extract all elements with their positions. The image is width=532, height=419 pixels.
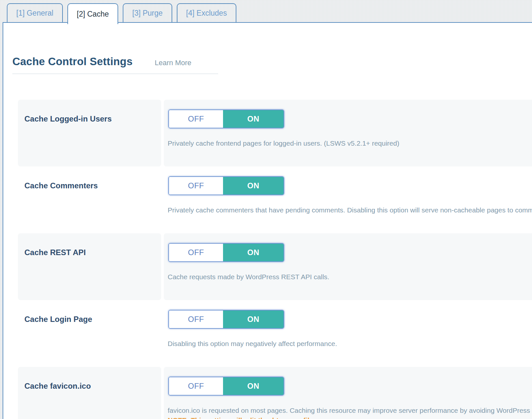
settings-rows: Cache Logged-in Users OFF ON Privately c… (13, 100, 532, 419)
on-off-toggle: OFF ON (168, 109, 284, 128)
setting-row: Cache Logged-in Users OFF ON Privately c… (13, 100, 532, 166)
setting-label: Cache REST API (24, 248, 86, 257)
learn-more-link[interactable]: Learn More (155, 59, 191, 67)
toggle-on-button[interactable]: ON (223, 244, 284, 261)
setting-description: Privately cache frontend pages for logge… (168, 139, 532, 147)
settings-tab[interactable]: [2] Cache (67, 3, 118, 24)
column-gap (161, 367, 164, 419)
toggle-on-button[interactable]: ON (223, 177, 284, 195)
toggle-off-button[interactable]: OFF (169, 244, 223, 261)
toggle-on-button[interactable]: ON (223, 311, 284, 328)
setting-control-column: OFF ON favicon.ico is requested on most … (164, 367, 532, 419)
toggle-off-button[interactable]: OFF (169, 110, 223, 128)
on-off-toggle: OFF ON (168, 243, 284, 262)
setting-label: Cache Logged-in Users (24, 114, 112, 123)
settings-tab[interactable]: [1] General (7, 3, 63, 22)
setting-label-column: Cache Commenters (18, 166, 161, 233)
settings-tab[interactable]: [4] Excludes (177, 3, 236, 22)
setting-control-column: OFF ON Privately cache commenters that h… (164, 166, 532, 233)
cache-settings-panel: Cache Control Settings Learn More Cache … (3, 22, 532, 419)
on-off-toggle: OFF ON (168, 310, 284, 329)
setting-row: Cache REST API OFF ON Cache requests mad… (13, 233, 532, 300)
setting-row: Cache Commenters OFF ON Privately cache … (13, 166, 532, 233)
page-title: Cache Control Settings (12, 55, 133, 68)
setting-label: Cache Login Page (24, 315, 92, 324)
toggle-off-button[interactable]: OFF (169, 377, 223, 395)
on-off-toggle: OFF ON (168, 176, 284, 195)
column-gap (161, 100, 164, 166)
setting-label: Cache favicon.ico (24, 382, 91, 390)
setting-label-column: Cache Logged-in Users (18, 100, 161, 166)
toggle-on-button[interactable]: ON (223, 110, 284, 128)
settings-tab[interactable]: [3] Purge (123, 3, 172, 22)
setting-control-column: OFF ON Disabling this option may negativ… (164, 300, 532, 367)
setting-note: NOTE: This setting will edit the .htacce… (168, 416, 532, 419)
setting-label-column: Cache Login Page (18, 300, 161, 367)
section-header: Cache Control Settings Learn More (12, 55, 218, 74)
setting-row: Cache Login Page OFF ON Disabling this o… (13, 300, 532, 367)
on-off-toggle: OFF ON (168, 377, 284, 396)
setting-control-column: OFF ON Cache requests made by WordPress … (164, 233, 532, 300)
panel-content: Cache Control Settings Learn More Cache … (3, 55, 532, 419)
column-gap (161, 166, 164, 233)
setting-label-column: Cache favicon.ico (18, 367, 161, 419)
setting-description: favicon.ico is requested on most pages. … (168, 407, 532, 414)
toggle-off-button[interactable]: OFF (169, 177, 223, 195)
toggle-off-button[interactable]: OFF (169, 311, 223, 328)
settings-tabbar: [1] General [2] Cache [3] Purge [4] Excl… (7, 3, 236, 24)
setting-label-column: Cache REST API (18, 233, 161, 300)
setting-description: Cache requests made by WordPress REST AP… (168, 273, 532, 281)
column-gap (161, 300, 164, 367)
setting-control-column: OFF ON Privately cache frontend pages fo… (164, 100, 532, 166)
setting-label: Cache Commenters (24, 181, 98, 190)
setting-description: Disabling this option may negatively aff… (168, 340, 532, 348)
setting-description: Privately cache commenters that have pen… (168, 206, 532, 214)
setting-row: Cache favicon.ico OFF ON favicon.ico is … (13, 367, 532, 419)
toggle-on-button[interactable]: ON (223, 377, 284, 395)
column-gap (161, 233, 164, 300)
